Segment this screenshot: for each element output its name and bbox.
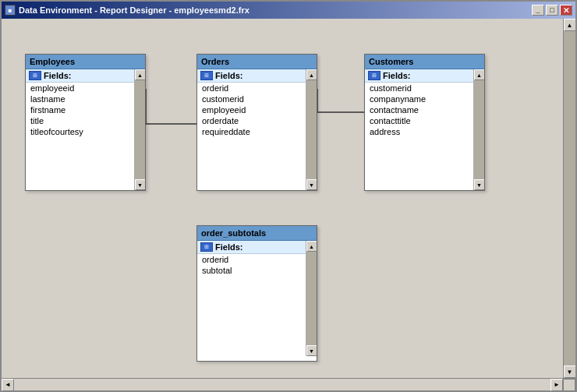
corner-box <box>563 379 575 391</box>
orders-table-header: Orders <box>197 55 317 69</box>
list-item: firstname <box>26 104 134 115</box>
employees-table-content: ⊞ Fields: employeeid lastname firstname … <box>26 69 134 190</box>
list-item: title <box>26 115 134 126</box>
scroll-up-btn[interactable]: ▲ <box>306 241 317 252</box>
list-item: address <box>365 126 473 137</box>
scroll-up-button[interactable]: ▲ <box>564 19 576 31</box>
maximize-button[interactable]: □ <box>546 5 558 16</box>
list-item: customerid <box>365 83 473 94</box>
list-item: lastname <box>26 94 134 104</box>
list-item: employeeid <box>26 83 134 94</box>
canvas: Employees ⊞ Fields: employeeid lastname … <box>2 19 563 378</box>
scroll-track <box>306 80 317 179</box>
scroll-up-btn[interactable]: ▲ <box>306 69 317 80</box>
customers-fields-row: ⊞ Fields: <box>365 69 473 83</box>
scroll-track <box>474 80 484 179</box>
scroll-right-button[interactable]: ► <box>550 379 563 391</box>
order-subtotals-table-body: ⊞ Fields: orderid subtotal ▲ ▼ <box>197 241 317 356</box>
employees-fields-row: ⊞ Fields: <box>26 69 134 83</box>
employees-scrollbar: ▲ ▼ <box>134 69 145 190</box>
orders-table-body: ⊞ Fields: orderid customerid employeeid … <box>197 69 317 190</box>
orders-scrollbar: ▲ ▼ <box>306 69 317 190</box>
employees-fields-label: Fields: <box>44 71 71 80</box>
scroll-up-btn[interactable]: ▲ <box>135 69 146 80</box>
employees-table-header: Employees <box>26 55 145 69</box>
minimize-button[interactable]: _ <box>532 5 544 16</box>
list-item: orderid <box>197 254 306 265</box>
scroll-down-button[interactable]: ▼ <box>564 366 576 378</box>
bottom-bar: ◄ ► <box>2 378 575 390</box>
orders-fields-icon: ⊞ <box>200 71 213 80</box>
order-subtotals-table-header: order_subtotals <box>197 226 317 241</box>
order-subtotals-table-content: ⊞ Fields: orderid subtotal <box>197 241 306 356</box>
customers-table-title: Customers <box>369 57 413 66</box>
main-area: Employees ⊞ Fields: employeeid lastname … <box>2 19 575 378</box>
list-item: titleofcourtesy <box>26 126 134 137</box>
list-item: orderdate <box>197 115 306 126</box>
customers-scrollbar: ▲ ▼ <box>473 69 484 190</box>
customers-fields-icon: ⊞ <box>368 71 381 80</box>
customers-table: Customers ⊞ Fields: customerid companyna… <box>364 54 485 191</box>
list-item: orderid <box>197 83 306 94</box>
orders-table: Orders ⊞ Fields: orderid customerid empl… <box>196 54 317 191</box>
employees-fields-icon: ⊞ <box>29 71 41 80</box>
order-subtotals-fields-label: Fields: <box>215 242 242 252</box>
list-item: contactname <box>365 104 473 115</box>
orders-fields-label: Fields: <box>215 71 242 80</box>
customers-table-body: ⊞ Fields: customerid companyname contact… <box>365 69 484 190</box>
order-subtotals-scrollbar: ▲ ▼ <box>306 241 317 356</box>
scroll-down-btn[interactable]: ▼ <box>135 179 146 190</box>
orders-table-title: Orders <box>201 57 229 66</box>
employees-table-title: Employees <box>30 57 75 66</box>
bottom-scrollbar: ◄ ► <box>2 379 563 391</box>
employees-table: Employees ⊞ Fields: employeeid lastname … <box>25 54 146 191</box>
title-controls: _ □ ✕ <box>532 5 572 16</box>
window-title: Data Environment - Report Designer - emp… <box>19 5 250 15</box>
customers-table-header: Customers <box>365 55 484 69</box>
orders-fields-row: ⊞ Fields: <box>197 69 306 83</box>
scroll-down-btn[interactable]: ▼ <box>306 179 317 190</box>
list-item: customerid <box>197 94 306 104</box>
scroll-right-track <box>564 31 575 366</box>
orders-table-content: ⊞ Fields: orderid customerid employeeid … <box>197 69 306 190</box>
scroll-down-btn[interactable]: ▼ <box>474 179 485 190</box>
employees-table-body: ⊞ Fields: employeeid lastname firstname … <box>26 69 145 190</box>
right-scrollbar: ▲ ▼ <box>563 19 575 378</box>
close-button[interactable]: ✕ <box>560 5 572 16</box>
order-subtotals-table-title: order_subtotals <box>201 228 266 238</box>
title-bar-left: ■ Data Environment - Report Designer - e… <box>5 5 250 16</box>
list-item: subtotal <box>197 265 306 276</box>
list-item: companyname <box>365 94 473 104</box>
list-item: employeeid <box>197 104 306 115</box>
customers-table-content: ⊞ Fields: customerid companyname contact… <box>365 69 473 190</box>
scroll-track <box>135 80 145 179</box>
scroll-down-btn[interactable]: ▼ <box>306 345 317 356</box>
title-bar: ■ Data Environment - Report Designer - e… <box>2 2 575 19</box>
list-item: contacttitle <box>365 115 473 126</box>
order-subtotals-fields-icon: ⊞ <box>200 242 213 252</box>
scroll-left-button[interactable]: ◄ <box>2 379 14 391</box>
order-subtotals-table: order_subtotals ⊞ Fields: orderid subtot… <box>196 225 317 362</box>
scroll-up-btn[interactable]: ▲ <box>474 69 485 80</box>
customers-fields-label: Fields: <box>383 71 410 80</box>
main-window: ■ Data Environment - Report Designer - e… <box>0 0 577 392</box>
list-item: requireddate <box>197 126 306 137</box>
scroll-track <box>306 252 317 345</box>
window-icon: ■ <box>5 5 16 16</box>
order-subtotals-fields-row: ⊞ Fields: <box>197 241 306 254</box>
